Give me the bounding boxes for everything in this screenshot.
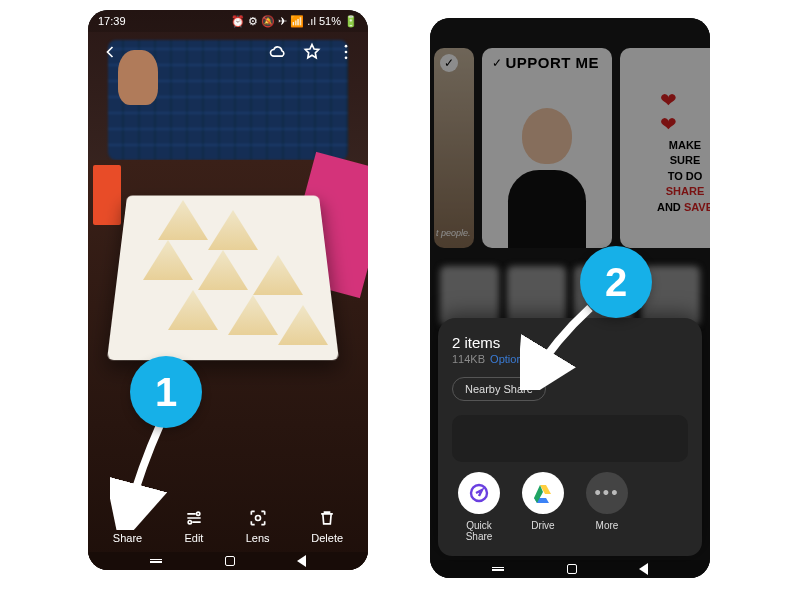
status-battery: 📶 .ıl 51% 🔋 (290, 15, 358, 28)
svg-point-1 (345, 51, 348, 54)
lens-button[interactable]: Lens (246, 508, 270, 544)
quick-share-label: Quick Share (466, 520, 493, 542)
lens-label: Lens (246, 532, 270, 544)
share-apps-row: Quick Share Drive ••• More (452, 462, 688, 548)
nav-home-icon[interactable] (567, 564, 577, 574)
star-icon[interactable] (302, 42, 322, 62)
step-badge-1: 1 (130, 356, 202, 428)
svg-point-6 (196, 512, 199, 515)
more-label: More (596, 520, 619, 531)
quick-share-icon (458, 472, 500, 514)
drive-app[interactable]: Drive (522, 472, 564, 542)
status-time: 17:39 (98, 15, 126, 27)
delete-label: Delete (311, 532, 343, 544)
edit-label: Edit (184, 532, 203, 544)
arrow-1 (110, 420, 190, 530)
more-apps[interactable]: ••• More (586, 472, 628, 542)
nav-recent-icon[interactable] (492, 567, 504, 571)
drive-icon (522, 472, 564, 514)
step-badge-2: 2 (580, 246, 652, 318)
svg-point-8 (255, 516, 260, 521)
android-navbar (88, 552, 368, 570)
svg-point-2 (345, 57, 348, 60)
back-icon[interactable] (100, 42, 120, 62)
contacts-row[interactable] (452, 415, 688, 462)
nav-back-icon[interactable] (297, 555, 306, 567)
status-bar: 17:39 ⏰ ⚙ 🔕 ✈ 📶 .ıl 51% 🔋 (88, 10, 368, 32)
photo-topbar (88, 36, 368, 68)
phone-screenshot-2: ✓ t people. ✓ SUPPORT ME ❤❤ MAKE SURE TO… (430, 18, 710, 578)
cloud-icon[interactable] (268, 42, 288, 62)
drive-label: Drive (531, 520, 554, 531)
more-icon[interactable] (336, 42, 356, 62)
nav-home-icon[interactable] (225, 556, 235, 566)
android-navbar (430, 560, 710, 578)
delete-button[interactable]: Delete (311, 508, 343, 544)
nav-back-icon[interactable] (639, 563, 648, 575)
quick-share-app[interactable]: Quick Share (458, 472, 500, 542)
arrow-2 (520, 300, 610, 390)
nav-recent-icon[interactable] (150, 559, 162, 563)
share-label: Share (113, 532, 142, 544)
more-icon: ••• (586, 472, 628, 514)
status-icons: ⏰ ⚙ 🔕 ✈ (231, 15, 287, 28)
svg-point-0 (345, 45, 348, 48)
